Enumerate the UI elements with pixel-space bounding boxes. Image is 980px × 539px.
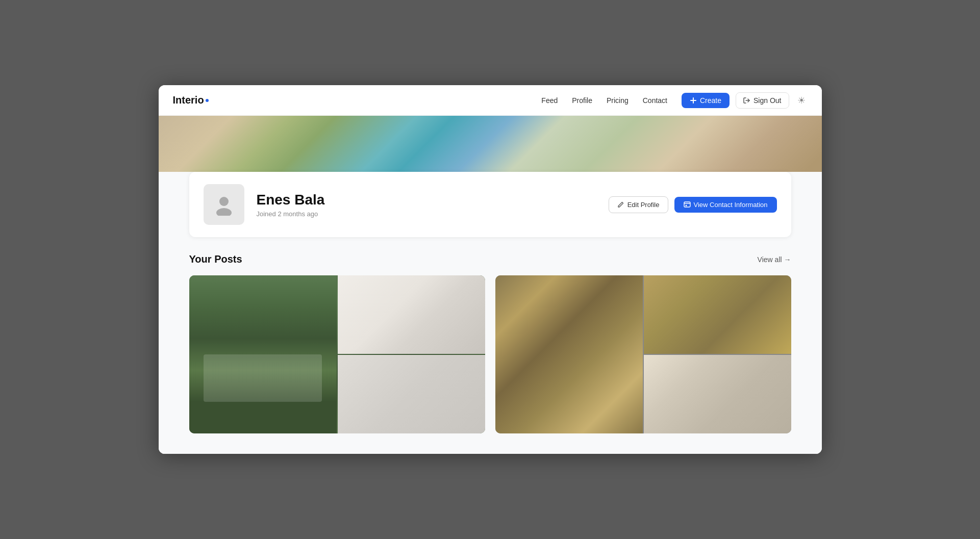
nav-profile[interactable]: Profile xyxy=(572,96,592,105)
post-card-1[interactable] xyxy=(189,275,485,433)
profile-card-wrapper: Enes Bala Joined 2 months ago Edit Profi… xyxy=(159,172,822,237)
view-contact-label: View Contact Information xyxy=(694,201,768,209)
post-card-2[interactable] xyxy=(495,275,791,433)
post-image-main-2 xyxy=(495,275,643,433)
profile-card: Enes Bala Joined 2 months ago Edit Profi… xyxy=(189,172,791,237)
svg-point-2 xyxy=(219,197,229,206)
post-image-br-2 xyxy=(644,355,791,433)
profile-section: Enes Bala Joined 2 months ago Edit Profi… xyxy=(159,172,822,454)
posts-header: Your Posts View all → xyxy=(189,253,791,265)
nav-right-group: Create Sign Out ☀ xyxy=(682,92,808,109)
create-icon xyxy=(690,97,697,104)
avatar xyxy=(204,184,244,225)
logo-text: Interio xyxy=(173,94,204,106)
profile-joined: Joined 2 months ago xyxy=(257,210,596,218)
post-image-tr-2 xyxy=(644,275,791,354)
app-window: Interio Feed Profile Pricing Contact Cre… xyxy=(159,85,822,454)
nav-feed[interactable]: Feed xyxy=(541,96,558,105)
sign-out-icon xyxy=(743,97,750,104)
profile-name: Enes Bala xyxy=(257,192,596,208)
svg-rect-4 xyxy=(684,202,690,207)
profile-info: Enes Bala Joined 2 months ago xyxy=(257,192,596,218)
posts-section: Your Posts View all → xyxy=(159,237,822,454)
svg-point-3 xyxy=(216,208,232,216)
view-contact-button[interactable]: View Contact Information xyxy=(674,197,777,213)
post-image-main-1 xyxy=(189,275,337,433)
nav-contact[interactable]: Contact xyxy=(643,96,667,105)
create-label: Create xyxy=(700,96,721,105)
navbar: Interio Feed Profile Pricing Contact Cre… xyxy=(159,85,822,116)
sign-out-label: Sign Out xyxy=(753,96,781,105)
view-all-link[interactable]: View all → xyxy=(758,255,791,264)
avatar-icon xyxy=(213,193,235,216)
edit-profile-label: Edit Profile xyxy=(627,201,660,209)
theme-toggle-button[interactable]: ☀ xyxy=(795,93,808,108)
edit-icon xyxy=(617,201,624,208)
edit-profile-button[interactable]: Edit Profile xyxy=(609,196,668,213)
logo: Interio xyxy=(173,94,209,106)
sign-out-button[interactable]: Sign Out xyxy=(736,92,789,109)
contact-icon xyxy=(684,201,691,208)
logo-dot xyxy=(206,99,209,102)
nav-pricing[interactable]: Pricing xyxy=(607,96,629,105)
profile-actions: Edit Profile View Contact Information xyxy=(609,196,777,213)
posts-title: Your Posts xyxy=(189,253,242,265)
svg-rect-1 xyxy=(690,100,696,101)
nav-links: Feed Profile Pricing Contact Create xyxy=(541,92,807,109)
svg-point-5 xyxy=(685,205,687,207)
post-image-tr-1 xyxy=(338,275,485,354)
create-button[interactable]: Create xyxy=(682,93,730,108)
post-image-br-1 xyxy=(338,355,485,433)
posts-grid xyxy=(189,275,791,433)
